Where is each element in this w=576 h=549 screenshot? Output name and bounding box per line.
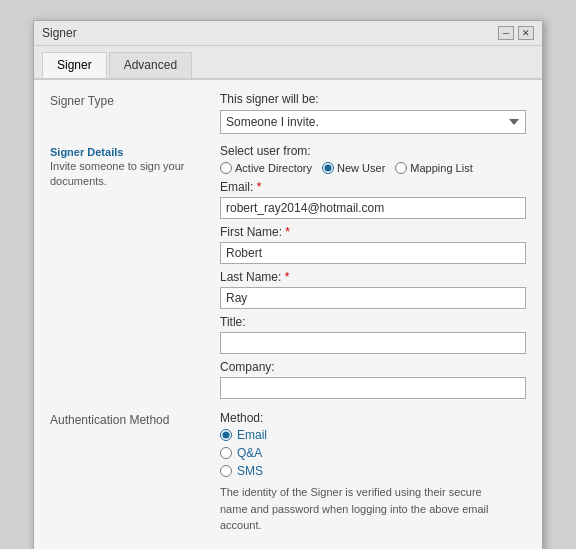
radio-active-directory[interactable]: Active Directory <box>220 162 312 174</box>
tab-bar: Signer Advanced <box>34 46 542 80</box>
signer-details-title: Signer Details <box>50 146 210 158</box>
method-email-label: Email <box>237 428 267 442</box>
signer-type-label: Signer Type <box>50 94 114 108</box>
firstname-label: First Name: * <box>220 225 526 239</box>
signer-type-select[interactable]: Someone I invite. Myself Group Member <box>220 110 526 134</box>
signer-details-sub: Invite someone to sign your documents. <box>50 159 210 190</box>
radio-active-directory-label: Active Directory <box>235 162 312 174</box>
title-label: Title: <box>220 315 526 329</box>
radio-mapping-list-input[interactable] <box>395 162 407 174</box>
authentication-label-col: Authentication Method <box>50 411 220 534</box>
window-title: Signer <box>42 26 77 40</box>
dialog-body: Signer Type This signer will be: Someone… <box>34 80 542 549</box>
authentication-row: Authentication Method Method: Email Q&A <box>50 411 526 534</box>
lastname-input[interactable] <box>220 287 526 309</box>
window-controls: ─ ✕ <box>498 26 534 40</box>
lastname-required: * <box>285 270 290 284</box>
select-user-label: Select user from: <box>220 144 526 158</box>
signer-type-field-col: This signer will be: Someone I invite. M… <box>220 92 526 134</box>
radio-new-user-label: New User <box>337 162 385 174</box>
company-label: Company: <box>220 360 526 374</box>
title-input[interactable] <box>220 332 526 354</box>
tab-signer[interactable]: Signer <box>42 52 107 78</box>
authentication-label: Authentication Method <box>50 413 169 427</box>
method-qa-radio[interactable] <box>220 447 232 459</box>
signer-details-field-col: Select user from: Active Directory New U… <box>220 144 526 401</box>
radio-mapping-list-label: Mapping List <box>410 162 472 174</box>
dialog: Signer ─ ✕ Signer Advanced Signer Type T… <box>33 20 543 549</box>
method-options-group: Email Q&A SMS <box>220 428 526 478</box>
email-label: Email: * <box>220 180 526 194</box>
company-input[interactable] <box>220 377 526 399</box>
method-sms-label: SMS <box>237 464 263 478</box>
this-signer-will-be-label: This signer will be: <box>220 92 526 106</box>
method-qa-option[interactable]: Q&A <box>220 446 526 460</box>
firstname-required: * <box>285 225 290 239</box>
radio-active-directory-input[interactable] <box>220 162 232 174</box>
select-user-radio-group: Active Directory New User Mapping List <box>220 162 526 174</box>
method-sms-option[interactable]: SMS <box>220 464 526 478</box>
signer-type-row: Signer Type This signer will be: Someone… <box>50 92 526 134</box>
firstname-input[interactable] <box>220 242 526 264</box>
radio-new-user-input[interactable] <box>322 162 334 174</box>
email-required: * <box>257 180 262 194</box>
lastname-label: Last Name: * <box>220 270 526 284</box>
signer-details-row: Signer Details Invite someone to sign yo… <box>50 144 526 401</box>
method-qa-label: Q&A <box>237 446 262 460</box>
email-input[interactable] <box>220 197 526 219</box>
tab-advanced[interactable]: Advanced <box>109 52 192 78</box>
radio-mapping-list[interactable]: Mapping List <box>395 162 472 174</box>
authentication-info-text: The identity of the Signer is verified u… <box>220 484 500 534</box>
signer-type-label-col: Signer Type <box>50 92 220 134</box>
method-email-option[interactable]: Email <box>220 428 526 442</box>
method-email-radio[interactable] <box>220 429 232 441</box>
minimize-button[interactable]: ─ <box>498 26 514 40</box>
close-button[interactable]: ✕ <box>518 26 534 40</box>
signer-details-label-col: Signer Details Invite someone to sign yo… <box>50 144 220 401</box>
authentication-field-col: Method: Email Q&A SMS The identit <box>220 411 526 534</box>
method-sms-radio[interactable] <box>220 465 232 477</box>
signer-type-select-wrapper: Someone I invite. Myself Group Member <box>220 110 526 134</box>
radio-new-user[interactable]: New User <box>322 162 385 174</box>
method-label: Method: <box>220 411 526 425</box>
title-bar: Signer ─ ✕ <box>34 21 542 46</box>
